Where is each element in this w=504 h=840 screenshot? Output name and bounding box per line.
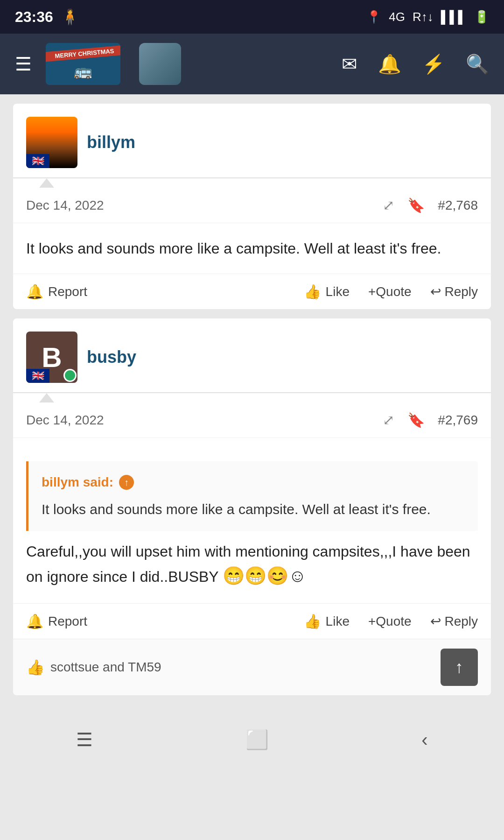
post-1-meta: Dec 14, 2022 ⤢ 🔖 #2,768 (13, 188, 491, 223)
post-1-username[interactable]: billym (87, 133, 135, 152)
post-2-report-button[interactable]: 🔔 Report (26, 613, 87, 629)
share-icon-2[interactable]: ⤢ (383, 412, 394, 428)
post-1-report-button[interactable]: 🔔 Report (26, 283, 87, 300)
bookmark-icon[interactable]: 🔖 (407, 197, 425, 213)
post-1-number: #2,768 (438, 198, 478, 213)
scroll-to-top-button[interactable]: ↑ (441, 649, 478, 686)
like-icon: 👍 (304, 283, 321, 300)
post-2: B 🇬🇧 busby Dec 14, 2022 ⤢ 🔖 #2,769 billy… (13, 318, 491, 695)
post-2-like-button[interactable]: 👍 Like (304, 613, 350, 629)
nav-action-icons: ✉ 🔔 ⚡ 🔍 (342, 53, 489, 75)
lightning-icon[interactable]: ⚡ (422, 53, 445, 75)
bottom-menu-icon[interactable]: ☰ (76, 729, 93, 750)
status-bar: 23:36 🧍 📍 4G R↑↓ ▌▌▌ 🔋 (0, 0, 504, 34)
report-icon: 🔔 (26, 283, 43, 300)
status-time-area: 23:36 🧍 (15, 8, 79, 26)
post-1-meta-icons: ⤢ 🔖 #2,768 (383, 197, 478, 213)
post-1: 🇬🇧 billym Dec 14, 2022 ⤢ 🔖 #2,768 It loo… (13, 104, 491, 309)
bottom-home-icon[interactable]: ⬜ (245, 729, 269, 751)
post-1-date: Dec 14, 2022 (26, 198, 104, 213)
main-content: 🇬🇧 billym Dec 14, 2022 ⤢ 🔖 #2,768 It loo… (0, 94, 504, 714)
post-1-actions: 🔔 Report 👍 Like +Quote ↩ Reply (13, 274, 491, 309)
bottom-nav: ☰ ⬜ ‹ (0, 714, 504, 765)
bottom-back-icon[interactable]: ‹ (421, 729, 427, 750)
search-icon[interactable]: 🔍 (466, 53, 489, 75)
user-avatar-nav[interactable] (139, 43, 181, 85)
signal-bars: ▌▌▌ (441, 10, 467, 24)
post-2-user-header: B 🇬🇧 busby (13, 318, 491, 393)
quote-body-text: It looks and sounds more like a campsite… (42, 499, 467, 520)
bookmark-icon-2[interactable]: 🔖 (407, 412, 425, 428)
post-2-meta-icons: ⤢ 🔖 #2,769 (383, 412, 478, 428)
network-indicator: 4G (389, 10, 405, 24)
quote-attribution: billym said: ↑ (42, 473, 467, 492)
post-2-likes-footer: 👍 scottsue and TM59 ↑ (13, 639, 491, 695)
avatar-busby-flag: 🇬🇧 (26, 369, 49, 383)
post-2-reply-button[interactable]: ↩ Reply (430, 614, 478, 629)
post-1-user-header: 🇬🇧 billym (13, 104, 491, 178)
post-2-body: billym said: ↑ It looks and sounds more … (13, 438, 491, 603)
post-2-emojis: 😁😁😊☺ (223, 566, 307, 586)
post-1-like-button[interactable]: 👍 Like (304, 283, 350, 300)
logo-bus-icon: 🚌 (74, 62, 92, 80)
battery-icon: 🔋 (474, 10, 489, 24)
post-1-quote-button[interactable]: +Quote (368, 284, 412, 299)
share-icon[interactable]: ⤢ (383, 197, 394, 213)
status-icons: 📍 4G R↑↓ ▌▌▌ 🔋 (366, 10, 489, 24)
post-2-meta: Dec 14, 2022 ⤢ 🔖 #2,769 (13, 402, 491, 438)
logo-ribbon: MERRY CHRISTMAS (46, 45, 120, 62)
likes-thumb-icon: 👍 (26, 658, 45, 676)
mail-icon[interactable]: ✉ (342, 53, 357, 75)
post-2-quote-button[interactable]: +Quote (368, 614, 412, 629)
post-1-caret (39, 178, 54, 188)
post-1-reply-button[interactable]: ↩ Reply (430, 284, 478, 299)
avatar-billym-flag: 🇬🇧 (26, 154, 49, 168)
post-1-body: It looks and sounds more like a campsite… (13, 223, 491, 274)
post-2-avatar[interactable]: B 🇬🇧 (26, 332, 77, 383)
quote-up-icon[interactable]: ↑ (119, 475, 134, 490)
like-icon-2: 👍 (304, 613, 321, 629)
post-2-number: #2,769 (438, 413, 478, 428)
post-2-actions: 🔔 Report 👍 Like +Quote ↩ Reply (13, 603, 491, 639)
nav-header: ☰ MERRY CHRISTMAS 🚌 ✉ 🔔 ⚡ 🔍 (0, 34, 504, 94)
post-2-username[interactable]: busby (87, 347, 136, 367)
likers-names: scottsue and TM59 (50, 660, 161, 675)
online-indicator (63, 369, 77, 382)
signal-icon: R↑↓ (413, 10, 434, 24)
post-2-quote: billym said: ↑ It looks and sounds more … (26, 461, 478, 531)
bell-icon[interactable]: 🔔 (378, 53, 401, 75)
status-time: 23:36 (15, 8, 53, 26)
site-logo[interactable]: MERRY CHRISTMAS 🚌 (46, 43, 120, 85)
post-1-avatar[interactable]: 🇬🇧 (26, 117, 77, 168)
post-2-caret (39, 393, 54, 402)
likes-text-area: 👍 scottsue and TM59 (26, 658, 161, 676)
location-icon: 📍 (366, 10, 381, 24)
post-2-date: Dec 14, 2022 (26, 413, 104, 428)
person-icon: 🧍 (61, 8, 79, 26)
avatar-image (139, 43, 181, 85)
hamburger-menu-button[interactable]: ☰ (15, 53, 32, 75)
report-icon-2: 🔔 (26, 613, 43, 629)
